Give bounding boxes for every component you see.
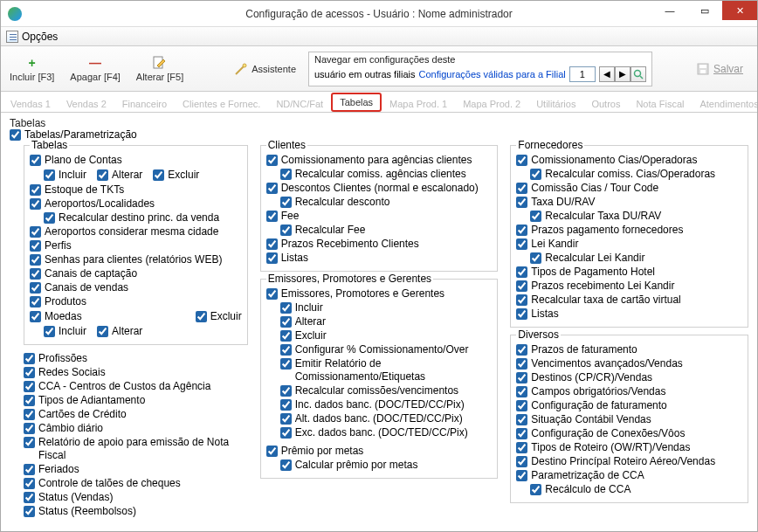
- chk-cca[interactable]: [24, 381, 35, 392]
- tab-financeiro[interactable]: Financeiro: [114, 95, 175, 112]
- chk-recalcular-destino[interactable]: [44, 212, 55, 224]
- alterar-button[interactable]: Alterar [F5]: [133, 54, 187, 84]
- chk-canais-captacao[interactable]: [30, 268, 41, 280]
- chk-premio-metas[interactable]: [266, 446, 278, 457]
- chk-inc-dados-banc[interactable]: [280, 399, 292, 411]
- chk-redes-sociais[interactable]: [24, 367, 35, 378]
- tab-mapa-prod-2[interactable]: Mapa Prod. 2: [455, 95, 528, 112]
- chk-situacao-contabil[interactable]: [516, 414, 527, 425]
- chk-feriados[interactable]: [24, 464, 35, 475]
- chk-status-vendas[interactable]: [24, 492, 35, 503]
- chk-emiss-excluir[interactable]: [280, 330, 292, 342]
- chk-destino-principal[interactable]: [516, 456, 527, 467]
- chk-config-pct[interactable]: [280, 344, 292, 356]
- chk-cartoes-credito[interactable]: [24, 409, 35, 420]
- chk-moedas-excluir[interactable]: [196, 311, 207, 322]
- chk-venc-avancados[interactable]: [516, 358, 527, 370]
- chk-lei-kandir[interactable]: [516, 238, 527, 250]
- chk-plano-excluir[interactable]: [153, 169, 164, 181]
- chk-tipos-roteiro[interactable]: [516, 442, 527, 453]
- chk-cambio-diario[interactable]: [24, 423, 35, 434]
- chk-plano-alterar[interactable]: [97, 169, 108, 181]
- chk-recalc-lei-kandir[interactable]: [530, 252, 541, 264]
- chk-prazos-receb-lei-kandir[interactable]: [516, 280, 527, 292]
- svg-rect-6: [700, 70, 706, 73]
- chk-fee[interactable]: [266, 211, 278, 222]
- chk-tipos-adiantamento[interactable]: [24, 395, 35, 406]
- minimize-button[interactable]: —: [652, 1, 687, 20]
- chk-recalc-comiss-cias[interactable]: [530, 169, 541, 180]
- tab-nd-nc-fat[interactable]: ND/NC/Fat: [268, 95, 331, 112]
- tab-mapa-prod-1[interactable]: Mapa Prod. 1: [382, 95, 455, 112]
- tab-clientes-e-fornec-[interactable]: Clientes e Fornec.: [175, 95, 268, 112]
- apagar-button[interactable]: — Apagar [F4]: [66, 54, 123, 84]
- chk-listas-clientes[interactable]: [266, 252, 278, 264]
- chk-senhas-clientes[interactable]: [30, 254, 41, 266]
- chk-recalc-cartao-virtual[interactable]: [516, 294, 527, 306]
- chk-recalculo-cca[interactable]: [530, 484, 541, 495]
- chk-comiss-agencias[interactable]: [266, 155, 278, 166]
- chk-destinos[interactable]: [516, 372, 527, 383]
- tab-nota-fiscal[interactable]: Nota Fiscal: [628, 95, 692, 112]
- tab-outros[interactable]: Outros: [583, 95, 628, 112]
- nav-link[interactable]: Configurações válidas para a Filial: [419, 69, 566, 79]
- incluir-button[interactable]: + Incluir [F3]: [6, 54, 58, 84]
- chk-recalc-comissoes[interactable]: [280, 385, 292, 397]
- chk-taxa-du-rav[interactable]: [516, 197, 527, 208]
- chk-prazos-receb-clientes[interactable]: [266, 238, 278, 250]
- chk-alt-dados-banc[interactable]: [280, 413, 292, 425]
- chk-descontos-clientes[interactable]: [266, 183, 278, 194]
- chk-campos-obrigatorios[interactable]: [516, 386, 527, 397]
- chk-aeroportos-considerar[interactable]: [30, 226, 41, 238]
- chk-root[interactable]: [10, 129, 21, 141]
- nav-search-button[interactable]: [631, 66, 646, 82]
- tab-atendimentos-files[interactable]: Atendimentos/Files: [692, 95, 758, 112]
- tab-vendas-1[interactable]: Vendas 1: [3, 95, 59, 112]
- chk-config-conexoes[interactable]: [516, 428, 527, 439]
- maximize-button[interactable]: ▭: [687, 1, 722, 20]
- chk-emiss-incluir[interactable]: [280, 302, 292, 314]
- chk-moedas-incluir[interactable]: [44, 326, 55, 337]
- menu-opcoes[interactable]: Opções: [6, 31, 58, 43]
- chk-recalc-desconto[interactable]: [280, 197, 292, 208]
- nav-next-button[interactable]: ▶: [615, 66, 631, 82]
- nav-prev-button[interactable]: ◀: [599, 66, 615, 82]
- chk-status-reembolsos[interactable]: [24, 506, 35, 517]
- chk-calcular-premio[interactable]: [280, 459, 292, 471]
- chk-moedas-alterar[interactable]: [97, 326, 108, 337]
- nav-filial-input[interactable]: [569, 66, 596, 82]
- chk-tipos-pagto-hotel[interactable]: [516, 266, 527, 278]
- chk-estoque-tkts[interactable]: [30, 184, 41, 196]
- chk-aeroportos-loc[interactable]: [30, 198, 41, 210]
- chk-recalc-taxa-du[interactable]: [530, 211, 541, 222]
- chk-comissao-cias[interactable]: [516, 183, 527, 194]
- chk-moedas[interactable]: [30, 311, 41, 322]
- group-tabelas-legend: Tabelas: [10, 117, 45, 129]
- chk-emissores-promotores[interactable]: [266, 288, 278, 300]
- chk-prazos-pagto-fornec[interactable]: [516, 225, 527, 236]
- chk-recalc-fee[interactable]: [280, 225, 292, 236]
- tab-tabelas[interactable]: Tabelas: [331, 93, 382, 112]
- chk-comiss-cias[interactable]: [516, 155, 527, 166]
- chk-config-faturamento[interactable]: [516, 400, 527, 411]
- assistente-button[interactable]: Assistente: [231, 60, 300, 78]
- chk-produtos[interactable]: [30, 296, 41, 307]
- tab-utilit-rios[interactable]: Utilitários: [528, 95, 583, 112]
- chk-exc-dados-banc[interactable]: [280, 427, 292, 439]
- chk-listas-fornec[interactable]: [516, 308, 527, 320]
- chk-parametrizacao-cca[interactable]: [516, 470, 527, 481]
- tab-vendas-2[interactable]: Vendas 2: [59, 95, 114, 112]
- chk-relatorio-apoio-nf[interactable]: [24, 437, 35, 448]
- chk-recalc-comiss-agencias[interactable]: [280, 169, 292, 180]
- chk-emiss-alterar[interactable]: [280, 316, 292, 328]
- close-button[interactable]: ✕: [722, 1, 757, 20]
- chk-canais-vendas[interactable]: [30, 282, 41, 294]
- chk-prazos-faturamento[interactable]: [516, 344, 527, 356]
- chk-controle-taloes[interactable]: [24, 478, 35, 489]
- chk-emitir-relatorio[interactable]: [280, 358, 292, 370]
- salvar-button[interactable]: Salvar: [696, 62, 752, 76]
- chk-plano-contas[interactable]: [30, 155, 41, 166]
- chk-profissoes[interactable]: [24, 353, 35, 364]
- chk-plano-incluir[interactable]: [44, 169, 55, 181]
- chk-perfis[interactable]: [30, 240, 41, 252]
